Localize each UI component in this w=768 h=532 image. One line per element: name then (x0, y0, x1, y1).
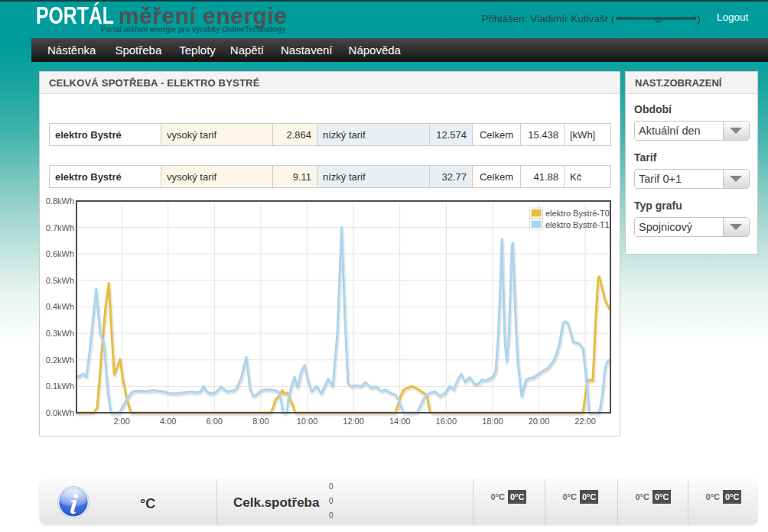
svg-text:12:00: 12:00 (343, 417, 364, 426)
svg-text:0.3kWh: 0.3kWh (46, 329, 74, 338)
svg-text:18:00: 18:00 (482, 417, 503, 426)
svg-text:20:00: 20:00 (529, 417, 550, 426)
svg-text:elektro Bystré-T1: elektro Bystré-T1 (545, 220, 610, 229)
svg-text:8:00: 8:00 (252, 417, 268, 426)
svg-text:0.1kWh: 0.1kWh (46, 381, 74, 391)
svg-text:14:00: 14:00 (389, 417, 411, 426)
svg-text:22:00: 22:00 (574, 417, 596, 426)
svg-text:0.4kWh: 0.4kWh (46, 302, 74, 311)
svg-text:0.6kWh: 0.6kWh (46, 249, 74, 258)
svg-text:0.0kWh: 0.0kWh (46, 408, 74, 417)
svg-text:0.8kWh: 0.8kWh (46, 196, 74, 206)
svg-text:elektro Bystré-T0: elektro Bystré-T0 (545, 209, 610, 218)
svg-text:0.2kWh: 0.2kWh (46, 355, 74, 365)
svg-text:10:00: 10:00 (297, 417, 318, 426)
svg-text:16:00: 16:00 (436, 417, 457, 426)
svg-text:4:00: 4:00 (160, 417, 176, 426)
svg-text:0.7kWh: 0.7kWh (46, 223, 74, 232)
svg-text:2:00: 2:00 (113, 417, 129, 426)
svg-text:0.5kWh: 0.5kWh (46, 276, 74, 285)
svg-text:6:00: 6:00 (207, 417, 223, 426)
